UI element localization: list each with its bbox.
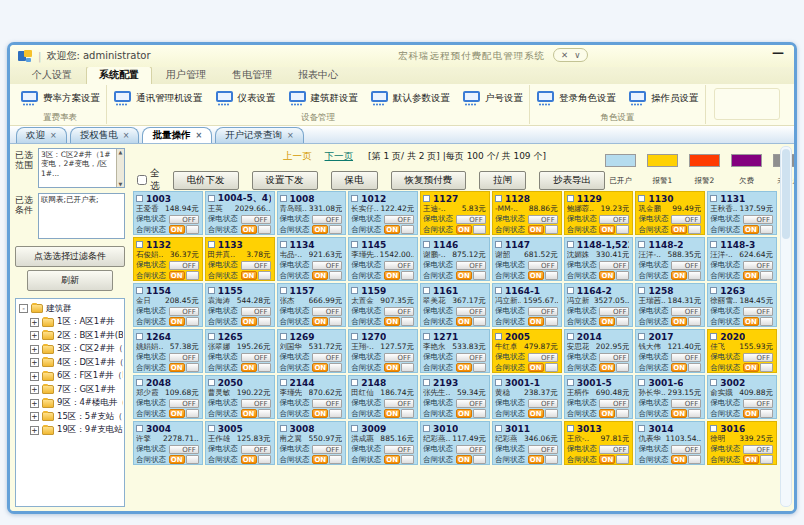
meter-card[interactable]: 3011 纪彩燕 346.06元 保电状态 OFF 合闸状态 [492,421,562,465]
scrollbar-thumb[interactable] [782,149,790,239]
meter-card[interactable]: 2005 牛红卓 479.87元 保电状态 OFF 合闸状态 [492,329,562,373]
tree-item[interactable]: + 19区：9#支电站（2#... [19,424,123,438]
close-icon[interactable]: × [195,131,202,140]
card-checkbox[interactable] [208,333,215,340]
document-tab[interactable]: 开户记录查询 × [215,127,304,143]
meter-card[interactable]: 1148-1,522 沈媚姝 330.41元 保电状态 OFF 合闸状态 [564,237,634,281]
card-checkbox[interactable] [710,287,717,294]
meter-card[interactable]: 3013 王欣-.. 97.81元 保电状态 OFF 合闸状态 [564,421,634,465]
meter-card[interactable]: 1131 王秋香.. 137.59元 保电状态 OFF 合闸状态 [707,191,777,235]
meter-card[interactable]: 1145 李瑾先.. 1542.00.. 保电状态 OFF 合闸状态 [348,237,418,281]
meter-card[interactable]: 1148-2 汪洋-.. 588.35元 保电状态 OFF 合闸状态 [635,237,705,281]
card-checkbox[interactable] [351,195,358,202]
meter-card[interactable]: 1164-2 冯立新 3527.05.. 保电状态 OFF 合闸状态 [564,283,634,327]
meter-card[interactable]: 3005 王作雄 125.83元 保电状态 OFF 合闸状态 [205,421,275,465]
expand-box-icon[interactable]: + [30,385,39,394]
ribbon-button[interactable]: 默认参数设置 [370,91,450,106]
card-checkbox[interactable] [638,241,645,248]
meter-card[interactable]: 1270 王翔-.. 127.57元 保电状态 OFF 合闸状态 [348,329,418,373]
filter-select-button[interactable]: 点选选择过滤条件 [15,246,125,267]
card-checkbox[interactable] [710,333,717,340]
close-icon[interactable]: × [50,131,57,140]
card-checkbox[interactable] [495,425,502,432]
card-checkbox[interactable] [280,379,287,386]
card-checkbox[interactable] [208,241,215,248]
card-checkbox[interactable] [208,287,215,294]
meter-card[interactable]: 1258 王瑞茜.. 184.31元 保电状态 OFF 合闸状态 [635,283,705,327]
document-tab[interactable]: 批量操作 × [142,127,212,143]
ribbon-tab[interactable]: 系统配置 [86,66,152,84]
meter-card[interactable]: 3001-5 王柄作 690.48元 保电状态 OFF 合闸状态 [564,375,634,419]
card-checkbox[interactable] [710,195,717,202]
card-checkbox[interactable] [495,379,502,386]
meter-card[interactable]: 1159 太置金 907.35元 保电状态 OFF 合闸状态 [348,283,418,327]
card-checkbox[interactable] [710,379,717,386]
tree-item[interactable]: + 3区：C区2#井（1#变... [19,343,123,357]
meter-card[interactable]: 1161 翠美花 367.17元 保电状态 OFF 合闸状态 [420,283,490,327]
tree-item[interactable]: + 4区：D区1#井（D区1... [19,356,123,370]
select-all[interactable]: 全选 [137,167,160,193]
meter-card[interactable]: 3014 仇表华 1103.54.. 保电状态 OFF 合闸状态 [635,421,705,465]
action-button[interactable]: 拉闸 [479,171,526,190]
meter-card[interactable]: 3004 许擎 2278.71.. 保电状态 OFF 合闸状态 [133,421,203,465]
scroll-up-icon[interactable]: ▲ [119,149,123,155]
meter-card[interactable]: 1264 姚娟娟.. 57.38元 保电状态 OFF 合闸状态 [133,329,203,373]
card-checkbox[interactable] [136,379,143,386]
scroll-down-icon[interactable]: ▼ [119,181,123,187]
prev-page-link[interactable]: 上一页 [283,150,312,161]
meter-card[interactable]: 3016 徐明 339.25元 保电状态 OFF 合闸状态 [707,421,777,465]
meter-card[interactable]: 1164-1 冯立新.. 1595.67.. 保电状态 OFF 合闸状态 [492,283,562,327]
meter-card[interactable]: 1263 徐丽雪.. 184.45元 保电状态 OFF 合闸状态 [707,283,777,327]
selected-condition-box[interactable]: 联网表;已开户表; [38,193,125,239]
expand-box-icon[interactable]: + [30,372,39,381]
meter-card[interactable]: 1154 金日 208.45元 保电状态 OFF 合闸状态 [133,283,203,327]
document-tab[interactable]: 授权售电 × [70,127,140,143]
card-checkbox[interactable] [423,287,430,294]
action-button[interactable]: 恢复预付费 [391,171,467,190]
card-checkbox[interactable] [136,425,143,432]
ribbon-button[interactable]: 建筑群设置 [288,91,359,106]
ribbon-button[interactable]: 户号设置 [462,91,523,106]
card-checkbox[interactable] [423,195,430,202]
meter-card[interactable]: 3010 纪彩燕.. 117.49元 保电状态 OFF 合闸状态 [420,421,490,465]
ribbon-button[interactable]: 费率方案设置 [20,91,100,106]
card-checkbox[interactable] [423,333,430,340]
meter-card[interactable]: 1004-5、4）一 王英 2029.66.. 保电状态 OFF 合闸状态 [205,191,275,235]
card-checkbox[interactable] [136,195,143,202]
tree-root[interactable]: - 建筑群 [19,302,123,316]
meter-card[interactable]: 1129 鲍娜蓉.. 19.23元 保电状态 OFF 合闸状态 [564,191,634,235]
expand-box-icon[interactable]: + [30,412,39,421]
card-checkbox[interactable] [710,241,717,248]
card-checkbox[interactable] [423,379,430,386]
ribbon-tab[interactable]: 用户管理 [154,67,218,84]
action-button[interactable]: 设置下发 [252,171,318,190]
meter-card[interactable]: 2048 郑少霞 109.68元 保电状态 OFF 合闸状态 [133,375,203,419]
card-checkbox[interactable] [208,379,215,386]
card-checkbox[interactable] [423,241,430,248]
close-icon[interactable]: × [123,131,130,140]
meter-card[interactable]: 1269 刘国华 531.72元 保电状态 OFF 合闸状态 [277,329,347,373]
meter-card[interactable]: 1128 -MM-.. 88.86元 保电状态 OFF 合闸状态 [492,191,562,235]
meter-card[interactable]: 2193 张先生.. 59.34元 保电状态 OFF 合闸状态 [420,375,490,419]
meter-card[interactable]: 1133 田井真.. 3.78元 保电状态 OFF 合闸状态 [205,237,275,281]
card-checkbox[interactable] [567,379,574,386]
meter-card[interactable]: 1271 李艳永 533.83元 保电状态 OFF 合闸状态 [420,329,490,373]
tree-item[interactable]: + 9区：4#楼电井（4#楼... [19,397,123,411]
expand-box-icon[interactable]: + [30,318,39,327]
refresh-button[interactable]: 刷新 [27,270,113,291]
card-checkbox[interactable] [136,333,143,340]
meter-card[interactable]: 2148 田红仙 186.74元 保电状态 OFF 合闸状态 [348,375,418,419]
ribbon-tab[interactable]: 售电管理 [220,67,284,84]
meter-card[interactable]: 3001-1 黄稳 238.37元 保电状态 OFF 合闸状态 [492,375,562,419]
meter-card[interactable]: 2050 曹灵敏 190.22元 保电状态 OFF 合闸状态 [205,375,275,419]
card-checkbox[interactable] [208,195,215,202]
meter-card[interactable]: 3008 南之翼 550.97元 保电状态 OFF 合闸状态 [277,421,347,465]
meter-card[interactable]: 1146 谢鹏-.. 875.12元 保电状态 OFF 合闸状态 [420,237,490,281]
card-checkbox[interactable] [495,195,502,202]
meter-card[interactable]: 2144 李瑾先 870.62元 保电状态 OFF 合闸状态 [277,375,347,419]
card-checkbox[interactable] [567,425,574,432]
card-checkbox[interactable] [495,287,502,294]
ribbon-tab[interactable]: 报表中心 [286,67,350,84]
meter-card[interactable]: 2020 佳飞 155.93元 保电状态 OFF 合闸状态 [707,329,777,373]
expand-box-icon[interactable]: + [30,399,39,408]
